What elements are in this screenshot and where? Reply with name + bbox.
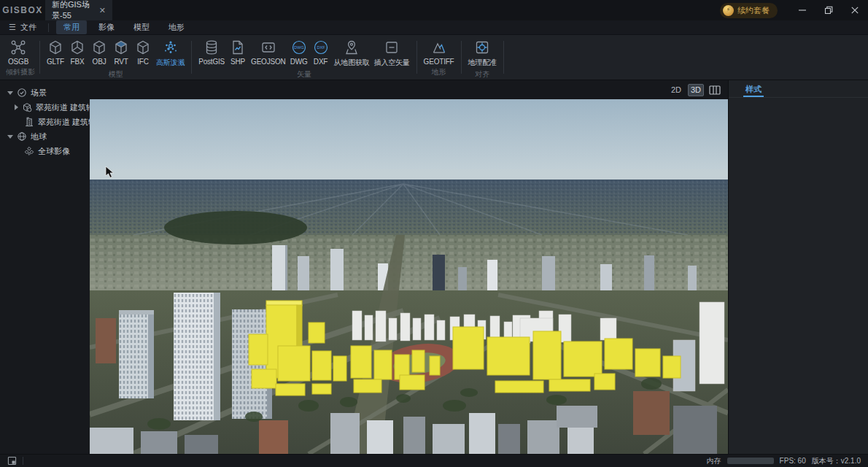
app-window: GISBOX 新的GIS场景-55 ✕ ⚡ 续约套餐 ☰ 文件	[0, 0, 868, 467]
statusbar: 内存 FPS: 60 版本号：v2.1.0	[0, 454, 868, 467]
toolbar-item-ifc[interactable]: IFC	[132, 37, 154, 66]
menu-tab-model[interactable]: 模型	[126, 20, 157, 34]
caret-right-icon[interactable]	[15, 104, 18, 110]
toolbar-item-geotiff[interactable]: GEOTIFF	[422, 37, 457, 66]
code-brackets-icon	[260, 38, 277, 57]
file-menu-label: 文件	[20, 22, 36, 33]
globe-icon	[17, 131, 27, 142]
app-logo: GISBOX	[0, 0, 45, 20]
toolbar-item-osgb[interactable]: OSGB	[6, 37, 31, 66]
toolbar-group-oblique: OSGB 倾斜摄影	[3, 37, 38, 80]
toolbar-item-fbx[interactable]: FBX	[66, 37, 88, 66]
cube-rvt-icon	[112, 38, 130, 57]
dxf-circle-icon: DXF	[312, 38, 330, 57]
statusbar-separator	[23, 457, 23, 465]
mountain-icon	[430, 38, 448, 57]
window-controls	[789, 0, 868, 20]
toolbar-separator	[39, 41, 40, 74]
memory-bar	[727, 458, 774, 464]
tree-item-global-imagery[interactable]: 全球影像	[0, 144, 90, 158]
renew-plan-button[interactable]: ⚡ 续约套餐	[720, 3, 778, 18]
tab-close-icon[interactable]: ✕	[99, 6, 106, 15]
toolbar-group-align: 地理配准 对齐	[463, 37, 502, 80]
map-pin-icon	[343, 38, 360, 57]
cube-icon	[69, 38, 86, 57]
toolbar-group-label: 地形	[422, 66, 457, 80]
viewport-toolbar: 2D 3D	[90, 80, 728, 99]
toolbar-group-vector: PostGIS SHP GEOJSON DWG	[193, 37, 414, 80]
minimize-icon	[798, 6, 807, 15]
toolbar-item-gltf[interactable]: GLTF	[44, 37, 66, 66]
toolbar-separator	[416, 41, 417, 74]
toolbar-item-rvt[interactable]: RVT	[110, 37, 132, 66]
style-panel: 样式	[728, 80, 868, 454]
dwg-circle-icon: DWG	[290, 38, 308, 57]
close-icon	[850, 6, 859, 15]
toolbar-separator	[191, 41, 192, 74]
svg-text:DXF: DXF	[317, 45, 325, 50]
file-menu[interactable]: ☰ 文件	[9, 22, 36, 33]
caret-down-icon[interactable]	[7, 135, 13, 139]
map-3d-canvas[interactable]	[90, 99, 728, 454]
toolbar-item-dwg[interactable]: DWG DWG	[288, 37, 310, 66]
minimize-button[interactable]	[789, 0, 815, 20]
toolbar-group-terrain: GEOTIFF 地形	[419, 37, 460, 80]
menu-tab-terrain[interactable]: 地形	[161, 20, 192, 34]
close-button[interactable]	[842, 0, 868, 20]
svg-text:DWG: DWG	[294, 45, 303, 50]
toolbar-item-dxf[interactable]: DXF DXF	[310, 37, 332, 66]
toolbar-item-shp[interactable]: SHP	[227, 37, 249, 66]
renew-plan-label: 续约套餐	[737, 5, 770, 16]
caret-down-icon[interactable]	[7, 91, 13, 95]
cube-icon	[134, 38, 152, 57]
fps-label: FPS: 60	[780, 457, 806, 465]
split-view-icon[interactable]	[709, 85, 721, 96]
mode-3d-button[interactable]: 3D	[688, 84, 704, 96]
console-panel-icon[interactable]	[7, 456, 17, 466]
toolbar: OSGB 倾斜摄影 GLTF FBX	[0, 35, 868, 80]
menubar: ☰ 文件 常用 影像 模型 地形	[0, 20, 868, 35]
viewport-column: 2D 3D	[90, 80, 728, 454]
style-panel-tabs: 样式	[729, 80, 868, 98]
gaussian-splat-icon	[162, 38, 179, 57]
tree-item-building-outline[interactable]: 翠苑街道 建筑轮廓	[0, 115, 90, 129]
cube-icon	[90, 38, 108, 57]
square-minus-icon	[383, 38, 400, 57]
toolbar-item-obj[interactable]: OBJ	[88, 37, 110, 66]
imagery-icon	[24, 146, 34, 156]
toolbar-item-geojson[interactable]: GEOJSON	[249, 37, 288, 66]
menu-tab-imagery[interactable]: 影像	[91, 20, 122, 34]
tree-item-earth[interactable]: 地球	[0, 129, 90, 144]
coin-icon: ⚡	[723, 5, 734, 16]
toolbar-item-postgis[interactable]: PostGIS	[196, 37, 227, 66]
scene-sky	[90, 99, 728, 188]
toolbar-item-gaussian-splat[interactable]: 高斯泼溅	[154, 37, 187, 69]
main-area: 场景 翠苑街道 建筑轮廓 翠苑街道 建筑轮廓	[0, 80, 868, 454]
tree-item-tileset[interactable]: 翠苑街道 建筑轮廓	[0, 100, 90, 115]
drone-icon	[9, 38, 27, 57]
toolbar-item-georeference[interactable]: 地理配准	[466, 37, 499, 69]
scene-tab-title: 新的GIS场景-55	[52, 0, 99, 21]
toolbar-group-model: GLTF FBX OBJ	[42, 37, 190, 80]
tab-style[interactable]: 样式	[743, 80, 764, 97]
mode-2d-button[interactable]: 2D	[670, 85, 683, 95]
titlebar-spacer	[112, 0, 720, 20]
toolbar-item-fetch-from-map[interactable]: 从地图获取	[332, 37, 372, 69]
georeference-icon	[473, 38, 491, 57]
tree-item-scene[interactable]: 场景	[0, 85, 90, 100]
tileset-icon	[22, 102, 32, 112]
scene-tab[interactable]: 新的GIS场景-55 ✕	[45, 0, 112, 20]
toolbar-separator	[503, 41, 504, 74]
toolbar-group-label: 倾斜摄影	[6, 66, 35, 80]
menu-separator	[48, 23, 49, 32]
toolbar-item-insert-empty-vector[interactable]: 插入空矢量	[372, 37, 412, 69]
scene-tree-panel: 场景 翠苑街道 建筑轮廓 翠苑街道 建筑轮廓	[0, 80, 90, 454]
memory-label: 内存	[707, 456, 721, 466]
database-icon	[203, 38, 220, 57]
menu-tab-common[interactable]: 常用	[56, 20, 87, 34]
version-label: 版本号：v2.1.0	[812, 456, 861, 466]
scene-icon	[17, 88, 27, 98]
file-chart-icon	[229, 38, 247, 57]
restore-icon	[824, 6, 833, 15]
restore-button[interactable]	[815, 0, 842, 20]
